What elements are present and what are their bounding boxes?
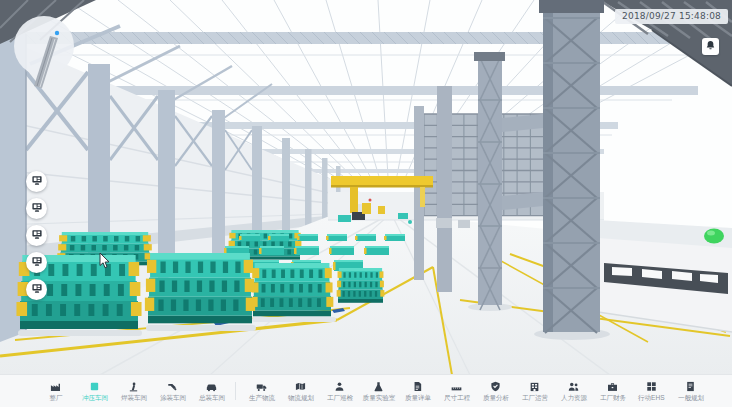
viewpoint-button[interactable] [26,171,47,192]
viewpoint-button[interactable] [26,198,47,219]
welding-icon [128,380,139,392]
front-column [534,0,610,340]
hr-icon [568,380,579,392]
toolbar-item-operations[interactable]: 工厂运营 [515,379,554,403]
monitor-icon [31,228,43,243]
toolbar-item-label: 尺寸工程 [443,394,469,401]
toolbar-item-ehs[interactable]: 行动EHS [632,379,671,403]
toolbar-item-label: 质量分析 [482,394,508,401]
toolbar-item-label: 一般规划 [677,394,703,401]
quality-report-icon [412,380,423,392]
toolbar-item-label: 质量实验室 [362,394,395,401]
scene-3d-viewport[interactable] [0,0,732,375]
monitor-icon [31,201,43,216]
monitor-icon [31,282,43,297]
workshop-nav-group: 整厂 冲压车间 焊装车间 涂装车间 总装车间 [36,379,231,403]
assembly-icon [206,380,217,392]
viewpoint-button[interactable] [26,225,47,246]
toolbar-item-label: 质量详单 [404,394,430,401]
toolbar-item-factory[interactable]: 整厂 [36,379,75,403]
lab-icon [373,380,384,392]
logistics-truck-icon [256,380,267,392]
toolbar-divider [235,382,236,400]
toolbar-item-label: 焊装车间 [120,394,146,401]
plan-icon [685,380,696,392]
toolbar-item-label: 人力资源 [560,394,586,401]
toolbar-item-inspection[interactable]: 工厂巡检 [320,379,359,403]
toolbar-item-assembly[interactable]: 总装车间 [192,379,231,403]
logistics-plan-icon [295,380,306,392]
monitor-icon [31,255,43,270]
toolbar-item-stamping[interactable]: 冲压车间 [75,379,114,403]
toolbar-item-label: 冲压车间 [81,394,107,401]
toolbar-item-label: 工厂运营 [521,394,547,401]
operations-icon [529,380,540,392]
ehs-icon [646,380,657,392]
clock-timestamp: 2018/09/27 15:48:08 [615,9,728,24]
bottom-toolbar: 整厂 冲压车间 焊装车间 涂装车间 总装车间 生产物流 物流规划 工厂巡检 质量… [0,374,732,407]
inspection-icon [334,380,345,392]
status-green-object [704,229,724,244]
toolbar-item-label: 工厂巡检 [326,394,352,401]
toolbar-item-label: 整厂 [49,394,62,401]
viewpoint-button[interactable] [26,252,47,273]
toolbar-item-quality-analysis[interactable]: 质量分析 [476,379,515,403]
toolbar-item-quality-report[interactable]: 质量详单 [398,379,437,403]
factory-icon [50,380,61,392]
toolbar-item-dimension[interactable]: 尺寸工程 [437,379,476,403]
painting-icon [167,380,178,392]
toolbar-item-label: 总装车间 [198,394,224,401]
monitor-icon [31,174,43,189]
toolbar-item-welding[interactable]: 焊装车间 [114,379,153,403]
toolbar-item-painting[interactable]: 涂装车间 [153,379,192,403]
toolbar-item-label: 工厂财务 [599,394,625,401]
toolbar-item-plan[interactable]: 一般规划 [671,379,710,403]
app-root: 2018/09/27 15:48:08 整厂 冲压车间 焊装车间 涂装车间 总装… [0,0,732,407]
finance-icon [607,380,618,392]
toolbar-item-label: 生产物流 [248,394,274,401]
stamping-icon [89,380,100,392]
toolbar-item-logistics-plan[interactable]: 物流规划 [281,379,320,403]
viewpoint-button-stack [26,171,47,300]
dimension-icon [451,380,462,392]
toolbar-item-finance[interactable]: 工厂财务 [593,379,632,403]
notification-button[interactable] [702,38,719,55]
quality-analysis-icon [490,380,501,392]
viewpoint-button[interactable] [26,279,47,300]
logo-blue-dot [55,31,59,35]
toolbar-item-hr[interactable]: 人力资源 [554,379,593,403]
bell-icon [705,39,716,54]
toolbar-item-lab[interactable]: 质量实验室 [359,379,398,403]
toolbar-item-logistics-truck[interactable]: 生产物流 [242,379,281,403]
toolbar-item-label: 行动EHS [638,394,665,401]
module-nav-group: 生产物流 物流规划 工厂巡检 质量实验室 质量详单 尺寸工程 质量分析 工厂运营… [242,379,710,403]
toolbar-item-label: 物流规划 [287,394,313,401]
toolbar-item-label: 涂装车间 [159,394,185,401]
